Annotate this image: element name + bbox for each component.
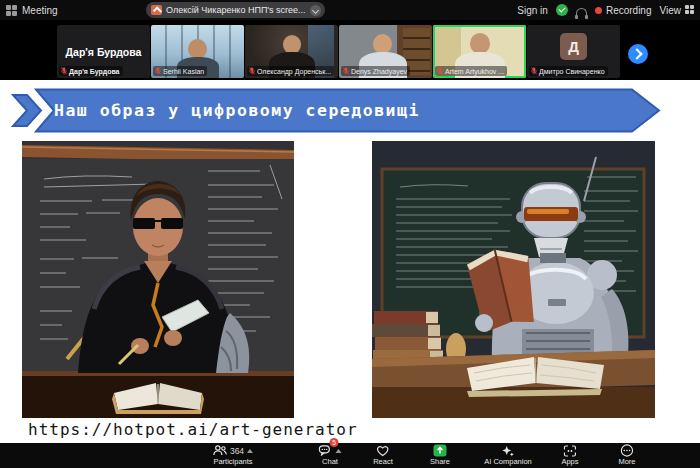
- chat-badge: 5: [330, 438, 339, 447]
- more-button[interactable]: More: [618, 444, 635, 466]
- participant-label: Олександр Доренськ...: [257, 68, 331, 75]
- react-label: React: [373, 458, 393, 466]
- apps-button[interactable]: Apps: [561, 444, 578, 466]
- share-label: Share: [430, 458, 450, 466]
- avatar-letter: Д: [568, 38, 579, 55]
- participants-label: Participants: [213, 458, 252, 466]
- participant-label: Дмитро Свинаренко: [539, 68, 605, 75]
- participant-video-head: [188, 39, 207, 59]
- screen-share-icon: [151, 5, 162, 15]
- view-label: View: [660, 5, 682, 16]
- participants-icon: [213, 445, 227, 456]
- meeting-toolbar: 364 Participants 5 Chat: [0, 443, 700, 468]
- screen-share-pill-label: Олексій Чикаренко НПП's scree...: [166, 5, 306, 15]
- participant-label: Serhii Kasian: [163, 68, 204, 75]
- heart-icon: [377, 445, 390, 457]
- more-icon: [621, 444, 634, 457]
- security-shield-icon[interactable]: [556, 4, 568, 16]
- react-button[interactable]: React: [373, 444, 393, 466]
- next-participants-button[interactable]: [628, 44, 648, 64]
- slide-title-banner: Наш образ у цифровому середовищі: [10, 88, 662, 133]
- participant-label: Artem Artyukhov ...: [445, 68, 504, 75]
- chevron-down-icon[interactable]: [310, 5, 321, 16]
- zoom-meeting-window: Meeting Олексій Чикаренко НПП's scree...…: [0, 0, 700, 468]
- participants-caret-icon[interactable]: [247, 449, 253, 453]
- muted-mic-icon: [343, 67, 349, 75]
- participant-video-head: [470, 33, 490, 54]
- shared-screen-slide: Наш образ у цифровому середовищі: [0, 80, 700, 443]
- participant-label: Дар'я Бурдова: [69, 68, 120, 75]
- apps-label: Apps: [561, 458, 578, 466]
- muted-mic-icon: [61, 67, 67, 75]
- muted-mic-icon: [531, 67, 537, 75]
- participant-tile-active-speaker[interactable]: Artem Artyukhov ...: [433, 25, 526, 78]
- muted-mic-icon: [437, 67, 443, 75]
- avatar: Д: [560, 33, 587, 60]
- top-bar: Meeting Олексій Чикаренко НПП's scree...…: [0, 0, 700, 20]
- screen-share-pill[interactable]: Олексій Чикаренко НПП's scree...: [146, 2, 325, 18]
- view-button[interactable]: View: [660, 5, 697, 16]
- recording-dot-icon: [595, 7, 602, 14]
- apps-icon: [563, 445, 576, 457]
- participant-tile[interactable]: Denys Zhadyayev: [339, 25, 432, 78]
- participant-tile[interactable]: Олександр Доренськ...: [245, 25, 338, 78]
- participants-strip: Дар'я Бурдова Дар'я Бурдова Serhii Kasia…: [0, 20, 700, 80]
- meeting-label: Meeting: [22, 5, 58, 16]
- share-screen-icon: [433, 444, 447, 457]
- chat-button[interactable]: 5 Chat: [319, 444, 342, 466]
- participant-tile[interactable]: Дар'я Бурдова Дар'я Бурдова: [57, 25, 150, 78]
- share-button[interactable]: Share: [430, 444, 450, 466]
- participant-name-card: Дар'я Бурдова: [66, 46, 142, 58]
- participants-count: 364: [230, 446, 244, 456]
- participant-video-head: [373, 34, 392, 54]
- slide-title: Наш образ у цифровому середовищі: [54, 88, 420, 133]
- recording-indicator: Recording: [595, 5, 652, 16]
- participant-label: Denys Zhadyayev: [351, 68, 407, 75]
- sign-in-button[interactable]: Sign in: [517, 5, 548, 16]
- ai-companion-label: AI Companion: [484, 458, 532, 466]
- recording-label: Recording: [606, 5, 652, 16]
- sparkle-icon: [502, 445, 515, 457]
- view-grid-icon: [685, 5, 696, 16]
- muted-mic-icon: [249, 67, 255, 75]
- meeting-icon: [6, 5, 17, 16]
- slide-url-text: https://hotpot.ai/art-generator: [28, 420, 358, 439]
- ai-companion-button[interactable]: AI Companion: [484, 444, 532, 466]
- muted-mic-icon: [155, 67, 161, 75]
- audio-headset-icon[interactable]: [576, 8, 587, 16]
- more-label: More: [618, 458, 635, 466]
- ai-image-robocop: [372, 141, 655, 418]
- participant-tile[interactable]: Serhii Kasian: [151, 25, 244, 78]
- participants-button[interactable]: 364 Participants: [213, 444, 253, 466]
- ai-image-terminator: [22, 141, 294, 418]
- participant-tile[interactable]: Д Дмитро Свинаренко: [527, 25, 620, 78]
- chat-caret-icon[interactable]: [336, 449, 342, 453]
